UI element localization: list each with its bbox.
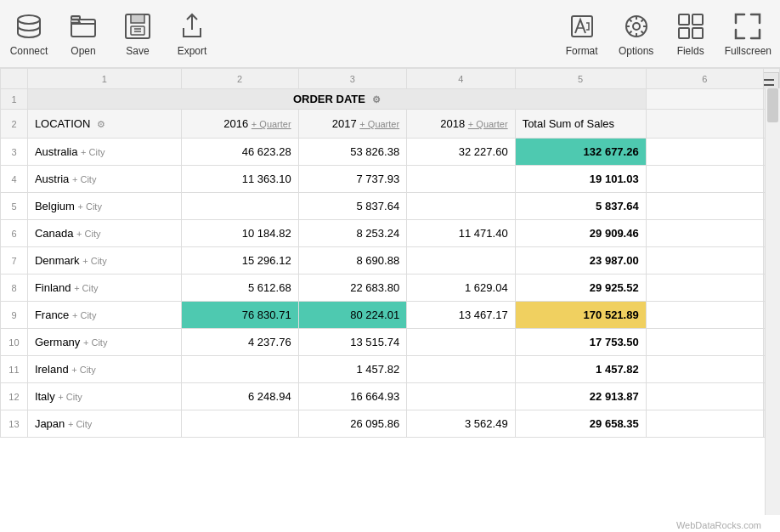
scroll-thumb[interactable] [767,88,778,122]
germany-2017: 13 515.74 [298,329,407,356]
austria-2018 [407,166,516,193]
ireland-city-link[interactable]: + City [71,365,95,375]
fields-button[interactable]: Fields [670,11,711,57]
france-total: 170 521.89 [515,302,646,329]
finland-city-link[interactable]: + City [74,283,98,293]
order-date-gear[interactable]: ⚙ [372,94,381,105]
table-row: 12 Italy + City 6 248.94 16 664.93 22 91… [1,383,780,410]
year-2016-quarter-link[interactable]: + Quarter [252,119,291,129]
open-label: Open [71,45,95,57]
japan-2016 [181,410,298,438]
australia-2016: 46 623.28 [181,139,298,166]
australia-2017: 53 826.38 [298,139,407,166]
col-num-6: 6 [646,69,763,89]
australia-2018: 32 227.60 [407,139,516,166]
row-num-5: 5 [1,193,28,220]
location-header: LOCATION ⚙ [27,110,181,139]
france-city-link[interactable]: + City [72,310,96,320]
canada-city-link[interactable]: + City [76,229,100,239]
austria-city-link[interactable]: + City [72,174,96,184]
year-2017-quarter-link[interactable]: + Quarter [359,119,399,129]
svg-rect-22 [679,28,689,38]
germany-2018 [407,329,516,356]
row-num-4: 4 [1,166,28,193]
denmark-city-link[interactable]: + City [82,256,106,266]
japan-city-link[interactable]: + City [68,419,92,429]
col-num-4: 4 [407,69,516,89]
table-row: 4 Austria + City 11 363.10 7 737.93 19 1… [1,166,780,193]
belgium-empty-6 [646,193,763,220]
location-gear[interactable]: ⚙ [97,119,105,129]
canada-total: 29 909.46 [515,220,646,247]
format-button[interactable]: Format [562,11,602,57]
toolbar-right: Format Options [562,11,772,57]
year-2018-quarter-link[interactable]: + Quarter [468,119,508,129]
belgium-city-link[interactable]: + City [77,201,101,212]
canada-2017: 8 253.24 [298,220,407,247]
col-scroll-header [763,69,779,89]
denmark-empty-6 [646,247,763,274]
svg-rect-20 [679,14,689,25]
export-label: Export [178,45,207,57]
italy-city-link[interactable]: + City [58,392,82,402]
ireland-2016 [181,356,298,383]
watermark: WebDataRocks.com [676,520,761,530]
options-button[interactable]: Options [616,11,657,57]
toolbar-left: Connect Open Save [8,11,212,57]
finland-total: 29 925.52 [515,274,646,302]
open-button[interactable]: Open [63,11,104,57]
location-germany: Germany + City [27,329,181,356]
order-date-cell: ORDER DATE ⚙ [27,89,646,110]
menu-icon[interactable] [763,72,779,89]
svg-point-11 [633,23,640,30]
toolbar: Connect Open Save [0,0,780,68]
table-row: 8 Finland + City 5 612.68 22 683.80 1 62… [1,274,780,302]
svg-rect-21 [692,14,703,25]
location-finland: Finland + City [27,274,181,302]
denmark-2016: 15 296.12 [181,247,298,274]
table-row: 10 Germany + City 4 237.76 13 515.74 17 … [1,329,780,356]
australia-city-link[interactable]: + City [81,147,105,157]
table-row: 6 Canada + City 10 184.82 8 253.24 11 47… [1,220,780,247]
save-button[interactable]: Save [117,11,158,57]
location-australia: Australia + City [27,139,181,166]
germany-empty-6 [646,329,763,356]
grid-container: 1 2 3 4 5 6 1 ORDER DAT [0,68,780,532]
japan-total: 29 658.35 [515,410,646,438]
connect-label: Connect [10,45,48,57]
header-empty-6 [646,110,763,139]
export-button[interactable]: Export [172,11,212,57]
canada-empty-6 [646,220,763,247]
location-canada: Canada + City [27,220,181,247]
finland-2018: 1 629.04 [407,274,516,302]
vertical-scrollbar[interactable] [765,88,780,515]
table-row: 3 Australia + City 46 623.28 53 826.38 3… [1,139,780,166]
location-france: France + City [27,302,181,329]
location-label: LOCATION [35,117,91,130]
svg-point-0 [18,15,40,24]
germany-city-link[interactable]: + City [83,337,107,348]
italy-empty-6 [646,383,763,410]
location-belgium: Belgium + City [27,193,181,220]
year-2016-label: 2016 [223,117,248,130]
svg-rect-5 [131,26,144,35]
belgium-total: 5 837.64 [515,193,646,220]
table-row: 7 Denmark + City 15 296.12 8 690.88 23 9… [1,247,780,274]
year-2017-header: 2017 + Quarter [298,110,407,139]
svg-rect-2 [71,16,80,20]
svg-line-17 [641,31,643,33]
ireland-total: 1 457.82 [515,356,646,383]
connect-button[interactable]: Connect [8,11,49,57]
row-num-3: 3 [1,139,28,166]
italy-total: 22 913.87 [515,383,646,410]
row-num-7: 7 [1,247,28,274]
finland-2016: 5 612.68 [181,274,298,302]
row-num-12: 12 [1,383,28,410]
denmark-2018 [407,247,516,274]
fullscreen-button[interactable]: Fullscreen [725,11,772,57]
belgium-2018 [407,193,516,220]
denmark-total: 23 987.00 [515,247,646,274]
canada-2016: 10 184.82 [181,220,298,247]
austria-total: 19 101.03 [515,166,646,193]
fields-label: Fields [677,45,704,57]
